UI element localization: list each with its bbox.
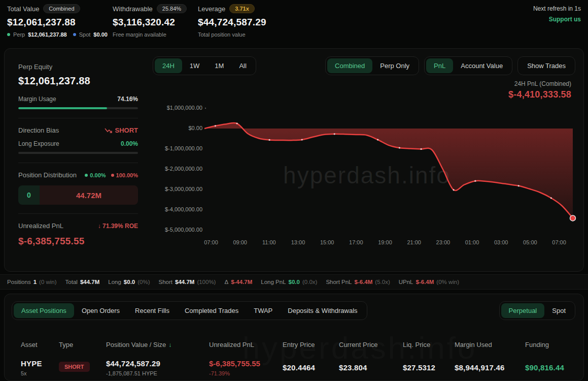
tab-twap[interactable]: TWAP xyxy=(246,303,280,318)
market-tab-group: PerpetualSpot xyxy=(499,301,575,320)
summary--: Δ$-44.7M xyxy=(224,279,252,285)
header-margin-used[interactable]: Margin Used xyxy=(455,341,525,348)
long-dot-icon xyxy=(85,174,88,177)
x-tick-label: 07:00 xyxy=(200,239,222,245)
leverage-value: $44,724,587.29 xyxy=(198,17,266,28)
x-tick-label: 23:00 xyxy=(432,239,454,245)
x-tick-label: 21:00 xyxy=(403,239,425,245)
positions-panel: hyperdash.info Asset PositionsOpen Order… xyxy=(4,294,584,381)
perp-equity-label: Perp Equity xyxy=(18,63,138,71)
data-point-dot xyxy=(377,139,378,140)
cell-size: -1,875,087.51 HYPE xyxy=(106,370,209,376)
show-trades-button[interactable]: Show Trades xyxy=(517,56,575,75)
divider xyxy=(18,163,138,163)
total-value-block: Total Value Combined $12,061,237.88 Perp… xyxy=(7,4,108,38)
data-point-dot xyxy=(236,122,238,124)
x-tick-label: 09:00 xyxy=(229,239,251,245)
leverage-badge: 3.71x xyxy=(229,4,255,13)
header-type[interactable]: Type xyxy=(59,341,106,348)
divider xyxy=(18,213,138,214)
perp-label: Perp xyxy=(13,31,25,38)
withdrawable-block: Withdrawable 25.84% $3,116,320.42 Free m… xyxy=(113,4,187,38)
y-tick-label: $-4,000,000.00 xyxy=(151,206,202,212)
margin-usage-label: Margin Usage xyxy=(18,96,56,103)
tab-completed-trades[interactable]: Completed Trades xyxy=(177,303,246,318)
long-exposure-label: Long Exposure xyxy=(18,140,59,147)
pnl-area-fill xyxy=(204,123,573,218)
positions-summary-bar: Positions1(0 win)Total$44.7MLong$0.0(0%)… xyxy=(0,274,588,290)
summary-total: Total$44.7M xyxy=(65,279,100,285)
header-current-price[interactable]: Current Price xyxy=(339,341,403,348)
margin-usage-bar xyxy=(18,107,138,109)
support-us-link[interactable]: Support us xyxy=(549,16,581,23)
trending-down-icon xyxy=(105,128,112,134)
sort-desc-icon: ↓ xyxy=(168,341,171,348)
range-tab-1m[interactable]: 1M xyxy=(207,58,231,73)
y-tick-label: $-2,000,000.00 xyxy=(151,166,202,172)
refresh-countdown: Next refresh in 1s xyxy=(533,5,581,12)
tab-open-orders[interactable]: Open Orders xyxy=(74,303,127,318)
dist-short-segment: 44.72M xyxy=(40,185,138,205)
short-dot-icon xyxy=(111,174,114,177)
summary-long: Long$0.0(0%) xyxy=(108,279,150,285)
x-tick-label: 07:00 xyxy=(548,239,570,245)
chart-y-axis: $1,000,000.00$0.00$-1,000,000.00$-2,000,… xyxy=(151,49,202,252)
pnl-chart-svg[interactable] xyxy=(204,102,580,237)
cell-unrealized-pnl-pct: -71.39% xyxy=(209,370,283,376)
cell-unrealized-pnl: $-6,385,755.55 xyxy=(209,359,283,368)
header-position-value-size[interactable]: Position Value / Size↓ xyxy=(106,341,209,348)
unrealized-pnl-label: Unrealized PnL xyxy=(18,222,63,230)
market-tab-spot[interactable]: Spot xyxy=(544,303,573,318)
header-asset[interactable]: Asset xyxy=(21,341,59,348)
leverage-sub: Total position value xyxy=(198,31,246,38)
long-exposure-bar xyxy=(18,152,138,154)
y-tick-label: $1,000,000.00 xyxy=(151,105,202,111)
tab-asset-positions[interactable]: Asset Positions xyxy=(14,303,74,318)
dist-short-pct: 100.00% xyxy=(116,172,138,178)
unrealized-roe: ↓ 71.39% ROE xyxy=(98,223,138,230)
summary-short-pnl: Short PnL$-6.4M(5.0x) xyxy=(326,279,390,285)
range-tab-all[interactable]: All xyxy=(231,58,254,73)
margin-usage-value: 74.16% xyxy=(117,96,138,103)
data-point-dot xyxy=(301,139,303,140)
x-tick-label: 01:00 xyxy=(461,239,483,245)
header-entry-price[interactable]: Entry Price xyxy=(283,341,339,348)
view-tab-pnl[interactable]: PnL xyxy=(426,58,453,73)
positions-tab-group: Asset PositionsOpen OrdersRecent FillsCo… xyxy=(12,301,367,320)
chart-x-axis: 07:0009:0011:0013:0015:0017:0019:0021:00… xyxy=(204,239,580,247)
chart-pnl-caption: 24H PnL (Combined) xyxy=(508,80,571,87)
data-point-dot xyxy=(453,189,455,190)
direction-bias-label: Direction Bias xyxy=(18,126,59,134)
header-funding[interactable]: Funding xyxy=(525,341,581,348)
perp-equity-value: $12,061,237.88 xyxy=(18,75,138,87)
leverage-block: Leverage 3.71x $44,724,587.29 Total posi… xyxy=(198,4,266,38)
divider xyxy=(18,118,138,118)
leverage-label: Leverage xyxy=(198,5,225,13)
withdrawable-sub: Free margin available xyxy=(113,31,166,38)
tab-recent-fills[interactable]: Recent Fills xyxy=(127,303,177,318)
mode-tab-combined[interactable]: Combined xyxy=(327,58,372,73)
tick-dot xyxy=(205,108,206,109)
view-tab-account-value[interactable]: Account Value xyxy=(453,58,510,73)
position-distribution-bar: 0 44.72M xyxy=(18,185,138,205)
withdrawable-label: Withdrawable xyxy=(113,5,153,13)
data-point-dot xyxy=(269,139,270,141)
data-point-dot xyxy=(215,125,216,126)
cell-margin-used: $8,944,917.46 xyxy=(455,359,525,372)
cell-asset[interactable]: HYPE xyxy=(21,359,59,368)
tab-deposits-withdrawals[interactable]: Deposits & Withdrawals xyxy=(280,303,365,318)
header-unrealized-pnl[interactable]: Unrealized PnL xyxy=(209,341,283,348)
market-tab-perpetual[interactable]: Perpetual xyxy=(501,303,545,318)
total-value-label: Total Value xyxy=(7,5,39,13)
position-distribution-label: Position Distribution xyxy=(18,171,77,179)
x-tick-label: 17:00 xyxy=(345,239,367,245)
y-tick-label: $-3,000,000.00 xyxy=(151,186,202,192)
withdrawable-badge: 25.84% xyxy=(157,4,187,13)
cell-liq-price: $27.5312 xyxy=(403,359,455,372)
summary-long-pnl: Long PnL$0.0(0.0x) xyxy=(261,279,317,285)
table-row[interactable]: HYPE 5x SHORT $44,724,587.29 -1,875,087.… xyxy=(5,359,583,376)
mode-tab-perp-only[interactable]: Perp Only xyxy=(372,58,417,73)
cell-entry-price: $20.4464 xyxy=(283,359,339,372)
header-liq-price[interactable]: Liq. Price xyxy=(403,341,455,348)
perp-value: $12,061,237.88 xyxy=(28,31,66,38)
